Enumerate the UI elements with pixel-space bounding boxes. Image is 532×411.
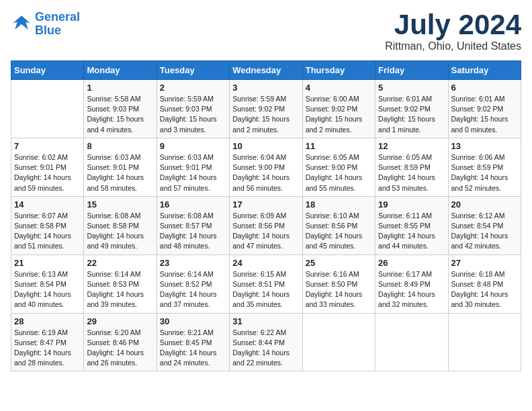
day-info: Sunrise: 6:17 AM Sunset: 8:49 PM Dayligh… xyxy=(378,269,445,310)
calendar-day-cell: 6Sunrise: 6:01 AM Sunset: 9:02 PM Daylig… xyxy=(448,80,521,138)
day-info: Sunrise: 6:22 AM Sunset: 8:44 PM Dayligh… xyxy=(232,328,299,369)
day-info: Sunrise: 6:13 AM Sunset: 8:54 PM Dayligh… xyxy=(14,269,81,310)
calendar-day-cell: 25Sunrise: 6:16 AM Sunset: 8:50 PM Dayli… xyxy=(302,255,375,313)
svg-marker-0 xyxy=(13,15,30,30)
calendar-week-row: 1Sunrise: 5:58 AM Sunset: 9:03 PM Daylig… xyxy=(11,80,521,138)
calendar-header-cell: Thursday xyxy=(302,61,375,80)
calendar-day-cell: 26Sunrise: 6:17 AM Sunset: 8:49 PM Dayli… xyxy=(375,255,448,313)
calendar-day-cell: 24Sunrise: 6:15 AM Sunset: 8:51 PM Dayli… xyxy=(230,255,302,313)
day-info: Sunrise: 6:07 AM Sunset: 8:58 PM Dayligh… xyxy=(14,211,81,252)
day-info: Sunrise: 6:00 AM Sunset: 9:02 PM Dayligh… xyxy=(306,94,372,135)
day-number: 16 xyxy=(160,199,226,210)
day-number: 11 xyxy=(306,141,372,151)
day-info: Sunrise: 5:58 AM Sunset: 9:03 PM Dayligh… xyxy=(87,94,153,135)
day-info: Sunrise: 6:01 AM Sunset: 9:02 PM Dayligh… xyxy=(378,94,445,135)
day-info: Sunrise: 6:08 AM Sunset: 8:58 PM Dayligh… xyxy=(87,211,153,252)
day-number: 14 xyxy=(14,199,81,210)
day-number: 2 xyxy=(160,83,226,93)
day-number: 28 xyxy=(14,316,81,326)
calendar-day-cell: 28Sunrise: 6:19 AM Sunset: 8:47 PM Dayli… xyxy=(11,313,84,371)
calendar-table: SundayMondayTuesdayWednesdayThursdayFrid… xyxy=(11,60,521,371)
day-info: Sunrise: 6:09 AM Sunset: 8:56 PM Dayligh… xyxy=(232,211,299,252)
day-number: 21 xyxy=(14,258,81,268)
day-number: 6 xyxy=(451,83,518,93)
day-number: 3 xyxy=(232,83,299,93)
calendar-header-row: SundayMondayTuesdayWednesdayThursdayFrid… xyxy=(11,61,521,80)
day-number: 20 xyxy=(451,199,518,210)
calendar-body: 1Sunrise: 5:58 AM Sunset: 9:03 PM Daylig… xyxy=(11,80,521,371)
day-number: 22 xyxy=(87,258,153,268)
day-info: Sunrise: 6:03 AM Sunset: 9:01 PM Dayligh… xyxy=(160,152,226,193)
calendar-day-cell: 17Sunrise: 6:09 AM Sunset: 8:56 PM Dayli… xyxy=(230,196,302,255)
month-title: July 2024 xyxy=(385,11,521,39)
day-info: Sunrise: 6:21 AM Sunset: 8:45 PM Dayligh… xyxy=(160,328,226,369)
calendar-header-cell: Friday xyxy=(375,61,448,80)
calendar-day-cell: 16Sunrise: 6:08 AM Sunset: 8:57 PM Dayli… xyxy=(157,196,229,255)
calendar-week-row: 28Sunrise: 6:19 AM Sunset: 8:47 PM Dayli… xyxy=(11,313,521,371)
day-number: 18 xyxy=(306,199,372,210)
title-block: July 2024 Rittman, Ohio, United States xyxy=(385,11,521,52)
calendar-day-cell: 21Sunrise: 6:13 AM Sunset: 8:54 PM Dayli… xyxy=(11,255,84,313)
calendar-header-cell: Tuesday xyxy=(157,61,229,80)
calendar-day-cell: 14Sunrise: 6:07 AM Sunset: 8:58 PM Dayli… xyxy=(11,196,84,255)
calendar-day-cell: 7Sunrise: 6:02 AM Sunset: 9:01 PM Daylig… xyxy=(11,138,84,196)
day-info: Sunrise: 6:16 AM Sunset: 8:50 PM Dayligh… xyxy=(306,269,372,310)
location: Rittman, Ohio, United States xyxy=(385,40,521,52)
day-info: Sunrise: 6:11 AM Sunset: 8:55 PM Dayligh… xyxy=(378,211,445,252)
logo-icon xyxy=(11,13,32,35)
day-number: 7 xyxy=(14,141,81,151)
day-number: 26 xyxy=(378,258,445,268)
calendar-day-cell: 27Sunrise: 6:18 AM Sunset: 8:48 PM Dayli… xyxy=(448,255,521,313)
calendar-day-cell: 10Sunrise: 6:04 AM Sunset: 9:00 PM Dayli… xyxy=(230,138,302,196)
day-info: Sunrise: 6:14 AM Sunset: 8:53 PM Dayligh… xyxy=(87,269,153,310)
day-number: 31 xyxy=(232,316,299,326)
calendar-day-cell: 2Sunrise: 5:59 AM Sunset: 9:03 PM Daylig… xyxy=(157,80,229,138)
day-number: 4 xyxy=(306,83,372,93)
calendar-header-cell: Saturday xyxy=(448,61,521,80)
calendar-day-cell: 15Sunrise: 6:08 AM Sunset: 8:58 PM Dayli… xyxy=(84,196,157,255)
page-header: General Blue July 2024 Rittman, Ohio, Un… xyxy=(11,11,521,52)
calendar-day-cell: 30Sunrise: 6:21 AM Sunset: 8:45 PM Dayli… xyxy=(157,313,229,371)
calendar-day-cell: 8Sunrise: 6:03 AM Sunset: 9:01 PM Daylig… xyxy=(84,138,157,196)
day-number: 23 xyxy=(160,258,226,268)
calendar-day-cell: 19Sunrise: 6:11 AM Sunset: 8:55 PM Dayli… xyxy=(375,196,448,255)
day-number: 17 xyxy=(232,199,299,210)
calendar-week-row: 21Sunrise: 6:13 AM Sunset: 8:54 PM Dayli… xyxy=(11,255,521,313)
day-number: 5 xyxy=(378,83,445,93)
day-info: Sunrise: 6:12 AM Sunset: 8:54 PM Dayligh… xyxy=(451,211,518,252)
day-number: 9 xyxy=(160,141,226,151)
calendar-day-cell xyxy=(375,313,448,371)
calendar-day-cell: 20Sunrise: 6:12 AM Sunset: 8:54 PM Dayli… xyxy=(448,196,521,255)
calendar-header-cell: Monday xyxy=(84,61,157,80)
day-info: Sunrise: 6:05 AM Sunset: 8:59 PM Dayligh… xyxy=(378,152,445,193)
day-info: Sunrise: 6:14 AM Sunset: 8:52 PM Dayligh… xyxy=(160,269,226,310)
day-info: Sunrise: 6:02 AM Sunset: 9:01 PM Dayligh… xyxy=(14,152,81,193)
logo-text: General Blue xyxy=(35,11,80,38)
day-info: Sunrise: 6:15 AM Sunset: 8:51 PM Dayligh… xyxy=(232,269,299,310)
day-info: Sunrise: 6:19 AM Sunset: 8:47 PM Dayligh… xyxy=(14,328,81,369)
calendar-header-cell: Wednesday xyxy=(230,61,302,80)
calendar-day-cell: 1Sunrise: 5:58 AM Sunset: 9:03 PM Daylig… xyxy=(84,80,157,138)
calendar-header-cell: Sunday xyxy=(11,61,84,80)
calendar-day-cell: 18Sunrise: 6:10 AM Sunset: 8:56 PM Dayli… xyxy=(302,196,375,255)
day-info: Sunrise: 6:10 AM Sunset: 8:56 PM Dayligh… xyxy=(306,211,372,252)
day-info: Sunrise: 6:06 AM Sunset: 8:59 PM Dayligh… xyxy=(451,152,518,193)
calendar-day-cell: 22Sunrise: 6:14 AM Sunset: 8:53 PM Dayli… xyxy=(84,255,157,313)
calendar-day-cell xyxy=(11,80,84,138)
day-info: Sunrise: 6:18 AM Sunset: 8:48 PM Dayligh… xyxy=(451,269,518,310)
day-info: Sunrise: 6:08 AM Sunset: 8:57 PM Dayligh… xyxy=(160,211,226,252)
day-number: 24 xyxy=(232,258,299,268)
logo: General Blue xyxy=(11,11,80,38)
day-number: 25 xyxy=(306,258,372,268)
calendar-day-cell: 4Sunrise: 6:00 AM Sunset: 9:02 PM Daylig… xyxy=(302,80,375,138)
calendar-day-cell: 5Sunrise: 6:01 AM Sunset: 9:02 PM Daylig… xyxy=(375,80,448,138)
day-info: Sunrise: 5:59 AM Sunset: 9:03 PM Dayligh… xyxy=(160,94,226,135)
calendar-day-cell: 13Sunrise: 6:06 AM Sunset: 8:59 PM Dayli… xyxy=(448,138,521,196)
calendar-day-cell: 3Sunrise: 5:59 AM Sunset: 9:02 PM Daylig… xyxy=(230,80,302,138)
day-number: 10 xyxy=(232,141,299,151)
calendar-day-cell: 31Sunrise: 6:22 AM Sunset: 8:44 PM Dayli… xyxy=(230,313,302,371)
calendar-day-cell: 9Sunrise: 6:03 AM Sunset: 9:01 PM Daylig… xyxy=(157,138,229,196)
calendar-day-cell: 29Sunrise: 6:20 AM Sunset: 8:46 PM Dayli… xyxy=(84,313,157,371)
calendar-day-cell: 11Sunrise: 6:05 AM Sunset: 9:00 PM Dayli… xyxy=(302,138,375,196)
calendar-day-cell: 23Sunrise: 6:14 AM Sunset: 8:52 PM Dayli… xyxy=(157,255,229,313)
